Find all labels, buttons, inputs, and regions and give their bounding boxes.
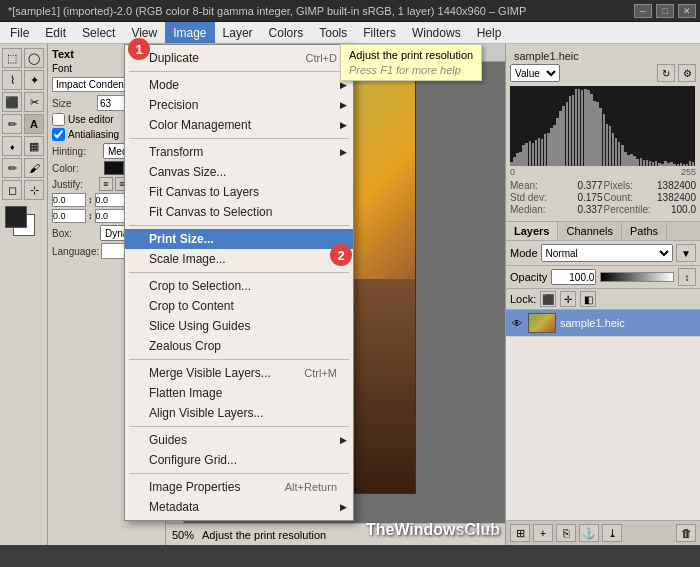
- tool-pencil[interactable]: ✏: [2, 158, 22, 178]
- tab-channels[interactable]: Channels: [558, 222, 621, 240]
- menu-windows[interactable]: Windows: [404, 22, 469, 43]
- menu-select[interactable]: Select: [74, 22, 123, 43]
- lock-alpha-button[interactable]: ◧: [580, 291, 596, 307]
- menu-crop-content[interactable]: Crop to Content: [125, 296, 353, 316]
- lock-pixels-button[interactable]: ⬛: [540, 291, 556, 307]
- mode-select[interactable]: Normal: [541, 244, 673, 262]
- menu-colors[interactable]: Colors: [261, 22, 312, 43]
- layer-thumbnail: [528, 313, 556, 333]
- layers-toolbar: Mode Normal ▼: [506, 241, 700, 266]
- tool-path[interactable]: ✏: [2, 114, 22, 134]
- tab-layers[interactable]: Layers: [506, 222, 558, 240]
- mode-options-button[interactable]: ▼: [676, 244, 696, 262]
- menu-fit-canvas-selection[interactable]: Fit Canvas to Selection: [125, 202, 353, 222]
- menu-color-management[interactable]: Color Management: [125, 115, 353, 135]
- right-panel: sample1.heic Value Red Green Blue ↻ ⚙ 0 …: [505, 44, 700, 545]
- new-layer-group-button[interactable]: ⊞: [510, 524, 530, 542]
- menu-fit-canvas-layers[interactable]: Fit Canvas to Layers: [125, 182, 353, 202]
- stat-percentile-row: Percentile: 100.0: [604, 204, 697, 215]
- tool-paintbrush[interactable]: 🖌: [24, 158, 44, 178]
- menu-scale-image[interactable]: Scale Image...: [125, 249, 353, 269]
- justify-label: Justify:: [52, 179, 97, 190]
- new-layer-button[interactable]: +: [533, 524, 553, 542]
- histogram-channel-select[interactable]: Value Red Green Blue: [510, 64, 560, 82]
- tool-by-color-select[interactable]: ⬛: [2, 92, 22, 112]
- menu-configure-grid[interactable]: Configure Grid...: [125, 450, 353, 470]
- histogram-scale: 0 255: [510, 167, 696, 177]
- hinting-label: Hinting:: [52, 146, 101, 157]
- menu-crop-selection[interactable]: Crop to Selection...: [125, 276, 353, 296]
- justify-left[interactable]: ≡: [99, 177, 113, 191]
- opacity-slider[interactable]: [600, 272, 674, 282]
- offset-x-input[interactable]: [52, 193, 86, 207]
- menu-transform[interactable]: Transform: [125, 142, 353, 162]
- lock-label: Lock:: [510, 293, 536, 305]
- tool-blend[interactable]: ▦: [24, 136, 44, 156]
- menu-slice-guides[interactable]: Slice Using Guides: [125, 316, 353, 336]
- menu-canvas-size[interactable]: Canvas Size...: [125, 162, 353, 182]
- tool-eraser[interactable]: ◻: [2, 180, 22, 200]
- menu-image[interactable]: Image: [165, 22, 214, 43]
- tool-scissors[interactable]: ✂: [24, 92, 44, 112]
- menu-duplicate[interactable]: Duplicate Ctrl+D: [125, 48, 353, 68]
- image-dropdown-menu: Duplicate Ctrl+D Mode Precision Color Ma…: [124, 44, 354, 521]
- tool-row-1: ⬚ ◯: [2, 48, 45, 68]
- histogram-options-button[interactable]: ⚙: [678, 64, 696, 82]
- minimize-button[interactable]: ─: [634, 4, 652, 18]
- menu-flatten[interactable]: Flatten Image: [125, 383, 353, 403]
- layer-item[interactable]: 👁 sample1.heic: [506, 310, 700, 337]
- tool-fuzzy-select[interactable]: ✦: [24, 70, 44, 90]
- histogram-stats: Mean: 0.377 Pixels: 1382400 Std dev: 0.1…: [510, 178, 696, 217]
- tool-free-select[interactable]: ⌇: [2, 70, 22, 90]
- menu-image-properties[interactable]: Image Properties Alt+Return: [125, 477, 353, 497]
- menu-mode[interactable]: Mode: [125, 75, 353, 95]
- std-label: Std dev:: [510, 192, 547, 203]
- menu-print-size[interactable]: Print Size...: [125, 229, 353, 249]
- menu-file[interactable]: File: [2, 22, 37, 43]
- menu-merge-visible[interactable]: Merge Visible Layers... Ctrl+M: [125, 363, 353, 383]
- tool-bucket-fill[interactable]: ⬧: [2, 136, 22, 156]
- opacity-button[interactable]: ↕: [678, 268, 696, 286]
- indent-input[interactable]: [52, 209, 86, 223]
- close-button[interactable]: ✕: [678, 4, 696, 18]
- menu-filters[interactable]: Filters: [355, 22, 404, 43]
- menu-edit[interactable]: Edit: [37, 22, 74, 43]
- histogram-refresh-button[interactable]: ↻: [657, 64, 675, 82]
- duplicate-layer-button[interactable]: ⎘: [556, 524, 576, 542]
- layers-bottom-toolbar: ⊞ + ⎘ ⚓ ⤓ 🗑: [506, 520, 700, 545]
- opacity-input[interactable]: [551, 269, 596, 285]
- menu-metadata[interactable]: Metadata: [125, 497, 353, 517]
- lock-position-button[interactable]: ✛: [560, 291, 576, 307]
- color-selector[interactable]: [5, 206, 43, 242]
- maximize-button[interactable]: □: [656, 4, 674, 18]
- menu-tools[interactable]: Tools: [311, 22, 355, 43]
- antialiasing-checkbox[interactable]: [52, 128, 65, 141]
- layer-visibility-icon[interactable]: 👁: [510, 316, 524, 330]
- indent-unit: ↕: [88, 211, 93, 221]
- anchor-layer-button[interactable]: ⚓: [579, 524, 599, 542]
- tool-airbrush[interactable]: ⊹: [24, 180, 44, 200]
- delete-layer-button[interactable]: 🗑: [676, 524, 696, 542]
- window-controls[interactable]: ─ □ ✕: [634, 4, 696, 18]
- menu-zealous-crop[interactable]: Zealous Crop: [125, 336, 353, 356]
- tool-row-5: ⬧ ▦: [2, 136, 45, 156]
- layer-name: sample1.heic: [560, 317, 625, 329]
- menu-precision[interactable]: Precision: [125, 95, 353, 115]
- tab-paths[interactable]: Paths: [622, 222, 667, 240]
- menu-align-visible[interactable]: Align Visible Layers...: [125, 403, 353, 423]
- use-editor-checkbox[interactable]: [52, 113, 65, 126]
- color-label: Color:: [52, 163, 102, 174]
- foreground-color[interactable]: [5, 206, 27, 228]
- use-editor-label: Use editor: [68, 114, 114, 125]
- count-value: 1382400: [657, 192, 696, 203]
- tool-ellipse-select[interactable]: ◯: [24, 48, 44, 68]
- separator-1: [129, 71, 349, 72]
- tool-rect-select[interactable]: ⬚: [2, 48, 22, 68]
- merge-layer-button[interactable]: ⤓: [602, 524, 622, 542]
- layers-panel: Layers Channels Paths Mode Normal ▼ Opac…: [506, 222, 700, 545]
- menu-guides[interactable]: Guides: [125, 430, 353, 450]
- menu-help[interactable]: Help: [469, 22, 510, 43]
- menu-layer[interactable]: Layer: [215, 22, 261, 43]
- tool-text[interactable]: A: [24, 114, 44, 134]
- color-swatch[interactable]: [104, 161, 124, 175]
